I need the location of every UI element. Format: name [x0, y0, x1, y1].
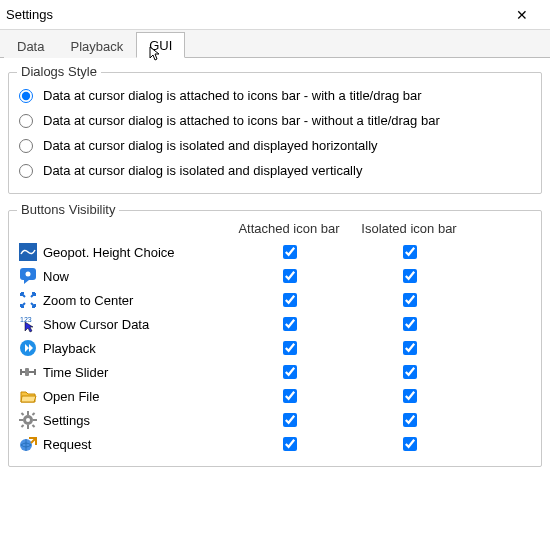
row-label: Time Slider [43, 365, 108, 380]
titlebar: Settings ✕ [0, 0, 550, 30]
table-row: 123Show Cursor Data [19, 312, 531, 336]
svg-rect-18 [32, 424, 36, 428]
radio-option-2[interactable]: Data at cursor dialog is isolated and di… [19, 133, 531, 158]
row-label: Show Cursor Data [43, 317, 149, 332]
checkbox-isolated[interactable] [403, 269, 417, 283]
svg-rect-15 [21, 412, 25, 416]
checkbox-isolated[interactable] [403, 293, 417, 307]
open-file-icon [19, 387, 37, 405]
playback-icon [19, 339, 37, 357]
now-icon [19, 267, 37, 285]
request-icon [19, 435, 37, 453]
svg-rect-17 [21, 424, 25, 428]
checkbox-attached[interactable] [283, 365, 297, 379]
radio-input-1[interactable] [19, 114, 33, 128]
checkbox-isolated[interactable] [403, 389, 417, 403]
tab-data[interactable]: Data [4, 33, 57, 58]
svg-point-2 [26, 272, 31, 277]
checkbox-attached[interactable] [283, 317, 297, 331]
table-header: Attached icon bar Isolated icon bar [19, 221, 531, 240]
checkbox-attached[interactable] [283, 413, 297, 427]
radio-input-3[interactable] [19, 164, 33, 178]
svg-rect-16 [32, 412, 36, 416]
svg-rect-14 [33, 419, 37, 421]
row-label: Zoom to Center [43, 293, 133, 308]
checkbox-attached[interactable] [283, 293, 297, 307]
table-row: Request [19, 432, 531, 456]
col-isolated: Isolated icon bar [349, 221, 469, 236]
checkbox-isolated[interactable] [403, 245, 417, 259]
table-row: Time Slider [19, 360, 531, 384]
checkbox-isolated[interactable] [403, 413, 417, 427]
table-row: Now [19, 264, 531, 288]
tab-gui[interactable]: GUI [136, 32, 185, 58]
checkbox-isolated[interactable] [403, 317, 417, 331]
row-label: Geopot. Height Choice [43, 245, 175, 260]
radio-label-0: Data at cursor dialog is attached to ico… [43, 88, 422, 103]
cursor-data-icon: 123 [19, 315, 37, 333]
settings-gear-icon [19, 411, 37, 429]
svg-rect-11 [27, 411, 29, 415]
radio-option-1[interactable]: Data at cursor dialog is attached to ico… [19, 108, 531, 133]
radio-option-3[interactable]: Data at cursor dialog is isolated and di… [19, 158, 531, 183]
checkbox-attached[interactable] [283, 341, 297, 355]
radio-label-1: Data at cursor dialog is attached to ico… [43, 113, 440, 128]
buttons-visibility-legend: Buttons Visibility [17, 202, 119, 217]
content-area: Dialogs Style Data at cursor dialog is a… [0, 58, 550, 473]
checkbox-isolated[interactable] [403, 365, 417, 379]
buttons-visibility-group: Buttons Visibility Attached icon bar Iso… [8, 210, 542, 467]
checkbox-attached[interactable] [283, 437, 297, 451]
tab-playback[interactable]: Playback [57, 33, 136, 58]
svg-rect-12 [27, 425, 29, 429]
dialogs-style-legend: Dialogs Style [17, 64, 101, 79]
table-row: Open File [19, 384, 531, 408]
geopot-height-icon [19, 243, 37, 261]
window-title: Settings [6, 7, 53, 22]
col-attached: Attached icon bar [229, 221, 349, 236]
checkbox-attached[interactable] [283, 269, 297, 283]
table-row: Zoom to Center [19, 288, 531, 312]
row-label: Now [43, 269, 69, 284]
checkbox-attached[interactable] [283, 389, 297, 403]
radio-input-2[interactable] [19, 139, 33, 153]
table-row: Geopot. Height Choice [19, 240, 531, 264]
svg-rect-13 [19, 419, 23, 421]
table-row: Settings [19, 408, 531, 432]
radio-label-3: Data at cursor dialog is isolated and di… [43, 163, 362, 178]
radio-input-0[interactable] [19, 89, 33, 103]
row-label: Open File [43, 389, 99, 404]
dialogs-style-group: Dialogs Style Data at cursor dialog is a… [8, 72, 542, 194]
svg-rect-7 [25, 368, 29, 376]
svg-text:123: 123 [20, 316, 32, 323]
checkbox-attached[interactable] [283, 245, 297, 259]
close-button[interactable]: ✕ [502, 7, 542, 23]
svg-point-19 [26, 418, 30, 422]
tab-strip: Data Playback GUI [0, 30, 550, 58]
row-label: Settings [43, 413, 90, 428]
time-slider-icon [19, 363, 37, 381]
row-label: Request [43, 437, 91, 452]
zoom-center-icon [19, 291, 37, 309]
checkbox-isolated[interactable] [403, 437, 417, 451]
checkbox-isolated[interactable] [403, 341, 417, 355]
table-row: Playback [19, 336, 531, 360]
row-label: Playback [43, 341, 96, 356]
radio-label-2: Data at cursor dialog is isolated and di… [43, 138, 378, 153]
radio-option-0[interactable]: Data at cursor dialog is attached to ico… [19, 83, 531, 108]
